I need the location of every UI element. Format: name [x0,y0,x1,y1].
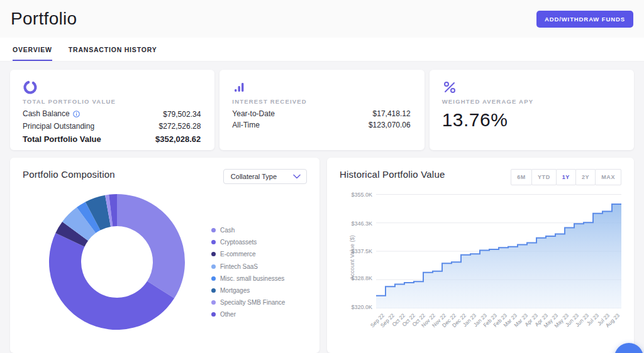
donut-slice [117,194,185,298]
legend-dot [211,228,216,232]
total-portfolio-value-row: Total Portfolio Value $352,028.62 [23,134,201,144]
row-value: $79,502.34 [163,110,201,119]
donut-ring-icon [23,79,201,95]
principal-outstanding-row: Principal Outstanding $272,526.28 [23,122,201,131]
legend-label: Other [220,311,236,318]
legend-label: E-commerce [220,251,256,258]
top-bar: Portfolio ADD/WITHDRAW FUNDS [0,0,644,38]
chevron-down-icon [293,173,301,180]
add-withdraw-funds-button[interactable]: ADD/WITHDRAW FUNDS [536,11,633,28]
legend-label: Misc. small businesses [220,275,284,282]
time-range-selector: 6M YTD 1Y 2Y MAX [511,169,621,185]
legend-dot [211,240,216,244]
range-2y-button[interactable]: 2Y [575,169,596,185]
y-tick-label: $337.5K [351,249,372,254]
legend-item: Specialty SMB Finance [211,299,285,306]
row-value: $17,418.12 [373,109,411,118]
row-label: Principal Outstanding [23,122,94,131]
y-tick-label: $355.0K [351,192,372,198]
range-1y-button[interactable]: 1Y [556,169,576,185]
tab-bar: OVERVIEW TRANSACTION HISTORY [0,38,644,62]
legend-label: Cryptoassets [220,239,257,246]
legend-label: Specialty SMB Finance [220,299,285,306]
y-tick-label: $346.3K [351,221,372,227]
legend-item: Other [211,311,285,318]
row-label: Year-to-Date [232,109,275,118]
legend-item: Cryptoassets [211,239,285,246]
legend-item: Mortgages [211,287,285,294]
y-tick-label: $328.8K [351,276,372,281]
row-value: $352,028.62 [155,134,201,144]
legend-dot [211,300,216,305]
all-time-row: All-Time $123,070.06 [232,121,410,129]
legend-label: Fintech SaaS [220,263,258,270]
historical-title: Historical Portfolio Value [340,169,445,180]
range-max-button[interactable]: MAX [595,169,621,185]
composition-title: Portfolio Composition [23,169,115,180]
range-ytd-button[interactable]: YTD [531,169,557,185]
composition-legend: CashCryptoassetsE-commerceFintech SaaSMi… [211,227,285,334]
row-label: Total Portfolio Value [23,134,101,144]
legend-item: Cash [211,227,285,234]
y-tick-label: $320.0K [351,305,372,310]
select-value: Collateral Type [231,173,277,180]
main-content: TOTAL PORTFOLIO VALUE Cash Balance $79,5… [0,62,644,353]
page-title: Portfolio [11,9,77,29]
y-axis-ticks: $355.0K$346.3K$337.5K$328.8K$320.0K [348,194,376,308]
area-fill [376,204,621,308]
percent-icon [442,79,620,95]
x-axis-labels: Sep 22Sep 22Oct 22Oct 22Oct 22Nov 22Nov … [376,311,621,340]
apy-value: 13.76% [442,109,620,131]
legend-item: Fintech SaaS [211,263,285,270]
collateral-type-select[interactable]: Collateral Type [223,169,307,184]
row-label: Cash Balance [23,109,80,119]
card-label: INTEREST RECEIVED [232,98,410,105]
total-portfolio-value-card: TOTAL PORTFOLIO VALUE Cash Balance $79,5… [10,70,214,150]
interest-received-card: INTEREST RECEIVED Year-to-Date $17,418.1… [219,70,424,150]
stats-row: TOTAL PORTFOLIO VALUE Cash Balance $79,5… [10,70,634,150]
weighted-average-apy-card: WEIGHTED AVERAGE APY 13.76% [430,70,634,150]
card-label: TOTAL PORTFOLIO VALUE [23,98,201,105]
donut-chart [23,190,211,334]
legend-label: Mortgages [220,287,250,294]
info-icon[interactable] [73,111,80,119]
card-label: WEIGHTED AVERAGE APY [442,98,620,105]
ytd-row: Year-to-Date $17,418.12 [232,109,410,118]
charts-row: Portfolio Composition Collateral Type Ca… [10,158,634,353]
row-value: $123,070.06 [369,121,411,129]
bar-chart-icon [232,79,410,95]
legend-dot [211,312,216,317]
historical-portfolio-value-card: Historical Portfolio Value 6M YTD 1Y 2Y … [327,158,634,353]
legend-label: Cash [220,227,235,234]
y-axis-title: Account Value ($) [340,194,348,340]
row-label: All-Time [232,121,260,129]
legend-item: Misc. small businesses [211,275,285,282]
row-value: $272,526.28 [159,122,201,131]
legend-dot [211,288,216,293]
legend-dot [211,264,216,269]
tab-transaction-history[interactable]: TRANSACTION HISTORY [69,38,157,61]
portfolio-composition-card: Portfolio Composition Collateral Type Ca… [10,158,319,353]
cash-balance-row: Cash Balance $79,502.34 [23,109,201,119]
step-area-chart [376,194,621,308]
tab-overview[interactable]: OVERVIEW [13,38,52,61]
range-6m-button[interactable]: 6M [511,169,532,185]
legend-dot [211,276,216,281]
legend-item: E-commerce [211,251,285,258]
legend-dot [211,252,216,256]
